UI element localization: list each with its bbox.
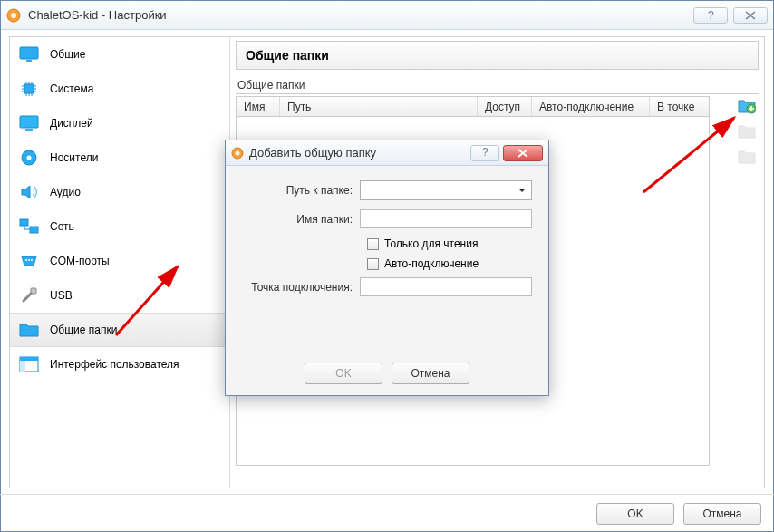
bottom-bar: OK Отмена	[0, 494, 774, 532]
automount-label: Авто-подключение	[384, 257, 479, 270]
svg-point-9	[27, 156, 32, 160]
svg-rect-7	[25, 129, 33, 131]
sidebar: Общие Система Дисплей Носители Аудио Сет…	[10, 37, 230, 488]
titlebar: ChaletOS-kid - Настройки ?	[1, 1, 773, 30]
sidebar-item-shared-folders[interactable]: Общие папки	[10, 313, 229, 347]
svg-rect-11	[30, 227, 38, 233]
name-field[interactable]	[360, 209, 532, 228]
svg-rect-18	[20, 361, 25, 372]
dialog-title: Добавить общую папку	[249, 146, 467, 160]
app-icon	[231, 147, 244, 160]
panel-title: Общие папки	[236, 41, 759, 70]
cancel-button[interactable]: Отмена	[683, 503, 761, 525]
window-title: ChaletOS-kid - Настройки	[28, 8, 693, 22]
sidebar-item-label: Носители	[50, 151, 98, 164]
dialog-cancel-button[interactable]: Отмена	[392, 363, 469, 384]
chip-icon	[19, 80, 39, 98]
path-label: Путь к папке:	[242, 184, 360, 197]
svg-rect-5	[24, 84, 34, 93]
display-icon	[19, 114, 39, 132]
table-header: Имя Путь Доступ Авто-подключение В точке	[237, 97, 709, 117]
checkbox-icon	[367, 238, 379, 250]
sidebar-item-network[interactable]: Сеть	[10, 209, 229, 244]
col-name[interactable]: Имя	[237, 97, 280, 116]
remove-folder-button[interactable]	[737, 147, 757, 167]
svg-rect-3	[20, 47, 38, 59]
edit-folder-button[interactable]	[737, 121, 757, 141]
col-automount[interactable]: Авто-подключение	[532, 97, 650, 116]
app-icon	[6, 8, 21, 23]
sidebar-item-label: Интерфейс пользователя	[50, 358, 179, 371]
svg-text:?: ?	[482, 148, 489, 158]
sidebar-item-storage[interactable]: Носители	[10, 140, 229, 175]
col-access[interactable]: Доступ	[478, 97, 532, 116]
svg-text:?: ?	[708, 10, 714, 21]
readonly-label: Только для чтения	[384, 237, 478, 250]
help-button[interactable]: ?	[693, 7, 728, 24]
svg-point-21	[236, 150, 240, 155]
svg-rect-4	[26, 60, 32, 62]
speaker-icon	[19, 183, 39, 201]
sidebar-item-label: Система	[50, 82, 93, 95]
svg-rect-6	[20, 116, 38, 128]
sidebar-item-label: Дисплей	[50, 117, 93, 130]
add-folder-dialog: Добавить общую папку ? Путь к папке: Имя…	[225, 140, 549, 396]
mountpoint-field[interactable]	[360, 277, 532, 296]
readonly-checkbox[interactable]: Только для чтения	[367, 237, 532, 250]
dialog-close-button[interactable]	[503, 145, 543, 161]
mountpoint-label: Точка подключения:	[242, 281, 360, 294]
dialog-ok-button[interactable]: OK	[305, 363, 382, 384]
sidebar-item-general[interactable]: Общие	[10, 37, 229, 72]
network-icon	[19, 218, 39, 236]
sidebar-item-serial[interactable]: COM-порты	[10, 244, 229, 278]
sidebar-item-label: Аудио	[50, 186, 81, 198]
usb-icon	[19, 286, 39, 305]
col-mountpoint[interactable]: В точке	[650, 97, 709, 116]
sidebar-item-interface[interactable]: Интерфейс пользователя	[10, 347, 229, 382]
sidebar-item-display[interactable]: Дисплей	[10, 106, 229, 140]
add-folder-button[interactable]	[737, 96, 757, 116]
disk-icon	[19, 149, 39, 167]
sidebar-item-audio[interactable]: Аудио	[10, 175, 229, 209]
sidebar-item-label: Общие папки	[50, 324, 117, 336]
monitor-icon	[19, 45, 39, 63]
svg-point-1	[11, 13, 16, 18]
serial-icon	[19, 252, 39, 270]
path-combo[interactable]	[360, 180, 532, 200]
folder-icon	[19, 321, 39, 339]
col-path[interactable]: Путь	[280, 97, 478, 116]
svg-point-13	[28, 259, 30, 261]
automount-checkbox[interactable]: Авто-подключение	[367, 257, 532, 270]
svg-rect-10	[20, 219, 28, 226]
sidebar-item-label: COM-порты	[50, 255, 110, 267]
name-label: Имя папки:	[242, 213, 360, 226]
dialog-help-button[interactable]: ?	[470, 145, 499, 161]
svg-point-12	[25, 259, 27, 261]
sidebar-item-label: Общие	[50, 48, 85, 61]
ui-icon	[19, 355, 39, 373]
sidebar-item-label: USB	[50, 289, 73, 302]
ok-button[interactable]: OK	[596, 503, 674, 525]
sidebar-item-label: Сеть	[50, 220, 74, 233]
svg-point-14	[31, 259, 33, 261]
svg-rect-17	[20, 357, 38, 361]
sidebar-item-usb[interactable]: USB	[10, 278, 229, 313]
group-label: Общие папки	[237, 79, 759, 92]
sidebar-item-system[interactable]: Система	[10, 72, 229, 106]
close-button[interactable]	[733, 7, 768, 24]
dialog-titlebar: Добавить общую папку ?	[226, 140, 548, 166]
checkbox-icon	[367, 258, 379, 270]
svg-rect-15	[31, 288, 36, 294]
